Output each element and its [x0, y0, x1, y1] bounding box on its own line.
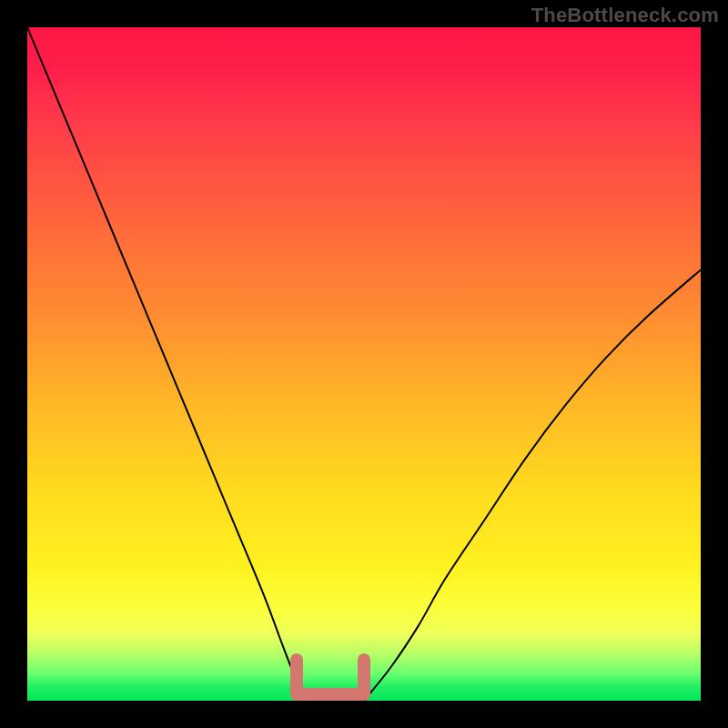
watermark-text: TheBottleneck.com	[531, 4, 719, 27]
curve-left-branch	[27, 27, 310, 701]
curve-layer	[27, 27, 701, 701]
plot-area	[27, 27, 701, 701]
chart-frame: TheBottleneck.com	[0, 0, 728, 728]
curve-right-branch	[364, 269, 701, 701]
minimum-bracket	[297, 660, 364, 694]
